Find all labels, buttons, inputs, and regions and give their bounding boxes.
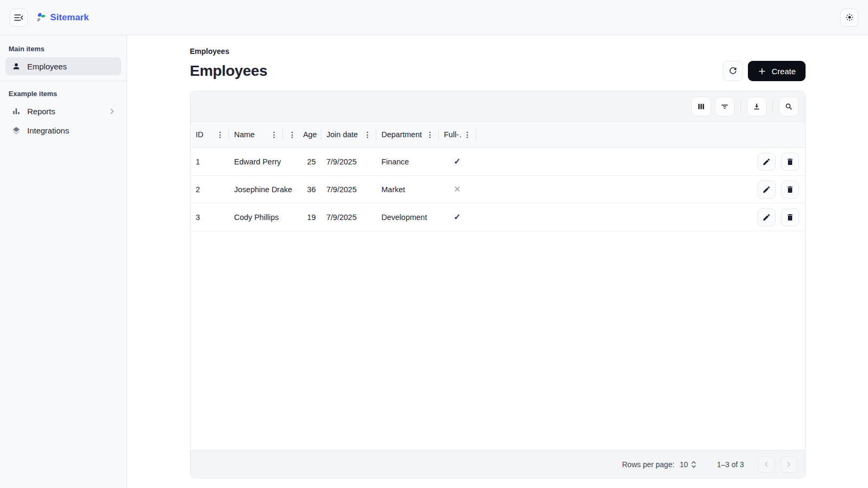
column-menu-icon[interactable]: ⋮ xyxy=(288,129,297,140)
search-button[interactable] xyxy=(779,97,799,116)
cell-join-date: 7/9/2025 xyxy=(321,158,376,166)
table-row[interactable]: 2 Josephine Drake 36 7/9/2025 Market ✕ xyxy=(191,176,805,203)
search-icon xyxy=(784,102,793,111)
toolbar-divider xyxy=(772,100,773,112)
column-menu-icon[interactable]: ⋮ xyxy=(216,129,225,140)
table-row[interactable]: 3 Cody Phillips 19 7/9/2025 Development … xyxy=(191,203,805,231)
cell-full-time check-icon: ✓ xyxy=(439,156,476,167)
filter-icon xyxy=(720,102,729,111)
column-header-age[interactable]: ⋮ Age xyxy=(283,122,321,147)
stepper-icon xyxy=(691,460,697,469)
cell-id: 2 xyxy=(191,185,229,194)
trash-icon xyxy=(786,158,794,166)
page-title: Employees xyxy=(190,62,267,80)
app-window: Sitemark Main items xyxy=(0,0,868,488)
export-button[interactable] xyxy=(747,97,767,116)
column-label: Name xyxy=(234,130,268,139)
sidebar-item-label: Integrations xyxy=(27,126,69,135)
sidebar-divider xyxy=(0,81,127,81)
delete-button[interactable] xyxy=(781,153,799,171)
sun-icon xyxy=(845,12,855,22)
column-header-id[interactable]: ID ⋮ xyxy=(191,122,229,147)
pagination-range: 1–3 of 3 xyxy=(717,460,744,469)
cell-department: Market xyxy=(376,185,439,194)
column-header-join-date[interactable]: Join date ⋮ xyxy=(321,122,376,147)
chevron-right-icon xyxy=(108,107,116,115)
top-bar: Sitemark xyxy=(0,0,868,35)
columns-icon xyxy=(697,102,706,111)
previous-page-button[interactable] xyxy=(758,456,775,473)
breadcrumb: Employees xyxy=(190,47,806,56)
column-menu-icon[interactable]: ⋮ xyxy=(270,129,279,140)
trash-icon xyxy=(786,213,794,222)
refresh-icon xyxy=(728,66,738,76)
grid-header-row: ID ⋮ Name ⋮ ⋮ Age Join date xyxy=(191,121,805,148)
cell-age: 19 xyxy=(283,213,321,222)
brand-logo[interactable]: Sitemark xyxy=(35,12,89,23)
column-header-spacer xyxy=(476,122,805,147)
create-button-label: Create xyxy=(771,67,795,76)
column-label: Join date xyxy=(327,130,361,139)
sidebar-item-reports[interactable]: Reports xyxy=(5,102,121,120)
cell-age: 36 xyxy=(283,185,321,194)
cell-department: Development xyxy=(376,213,439,222)
cell-age: 25 xyxy=(283,158,321,166)
cell-name: Cody Phillips xyxy=(229,213,283,222)
sidebar-collapse-button[interactable] xyxy=(10,9,28,27)
download-icon xyxy=(752,102,761,111)
column-label: Age xyxy=(299,130,317,139)
filter-button[interactable] xyxy=(715,97,735,116)
chevron-left-icon xyxy=(762,460,770,468)
sitemark-logo-icon xyxy=(35,12,46,23)
column-header-full-time[interactable]: Full-… ⋮ xyxy=(439,122,476,147)
bar-chart-icon xyxy=(11,106,21,116)
cell-id: 1 xyxy=(191,158,229,166)
edit-button[interactable] xyxy=(757,208,776,226)
chevron-right-icon xyxy=(785,460,793,468)
edit-button[interactable] xyxy=(757,153,776,171)
pencil-icon xyxy=(762,213,771,222)
table-row[interactable]: 1 Edward Perry 25 7/9/2025 Finance ✓ xyxy=(191,148,805,176)
sidebar-item-integrations[interactable]: Integrations xyxy=(5,121,121,139)
cell-join-date: 7/9/2025 xyxy=(321,213,376,222)
trash-icon xyxy=(786,185,794,194)
next-page-button[interactable] xyxy=(780,456,798,473)
sidebar-item-employees[interactable]: Employees xyxy=(5,57,121,75)
cell-full-time cross-icon: ✕ xyxy=(439,184,476,194)
person-icon xyxy=(11,61,21,72)
theme-toggle-button[interactable] xyxy=(840,9,858,27)
cell-name: Edward Perry xyxy=(229,158,283,166)
sidebar-item-label: Reports xyxy=(27,107,102,116)
cell-join-date: 7/9/2025 xyxy=(321,185,376,194)
column-menu-icon[interactable]: ⋮ xyxy=(364,129,372,140)
refresh-button[interactable] xyxy=(723,61,743,81)
sidebar-item-label: Employees xyxy=(27,62,67,71)
sidebar-section-example-items: Example items xyxy=(0,88,127,101)
column-menu-icon[interactable]: ⋮ xyxy=(463,129,472,140)
create-button[interactable]: Create xyxy=(748,61,805,81)
cell-name: Josephine Drake xyxy=(229,185,283,194)
edit-button[interactable] xyxy=(757,180,776,199)
plus-icon xyxy=(757,67,767,76)
delete-button[interactable] xyxy=(781,180,799,199)
sidebar: Main items Employees Example items xyxy=(0,35,127,488)
grid-empty-area xyxy=(191,231,805,450)
pencil-icon xyxy=(762,158,771,166)
column-header-name[interactable]: Name ⋮ xyxy=(229,122,283,147)
column-label: Department xyxy=(382,130,424,139)
rows-per-page-select[interactable]: 10 xyxy=(680,460,697,469)
columns-button[interactable] xyxy=(691,97,711,116)
rows-per-page-label: Rows per page: xyxy=(622,460,674,469)
cell-full-time check-icon: ✓ xyxy=(439,212,476,222)
grid-toolbar xyxy=(191,91,805,121)
column-label: Full-… xyxy=(444,130,461,139)
sidebar-section-main-items: Main items xyxy=(0,43,127,56)
column-header-department[interactable]: Department ⋮ xyxy=(376,122,439,147)
delete-button[interactable] xyxy=(781,208,799,226)
logo-text: Sitemark xyxy=(50,12,89,23)
pencil-icon xyxy=(762,185,771,194)
column-menu-icon[interactable]: ⋮ xyxy=(426,129,435,140)
column-label: ID xyxy=(196,130,214,139)
menu-collapse-icon xyxy=(13,12,24,23)
layers-icon xyxy=(11,125,21,136)
